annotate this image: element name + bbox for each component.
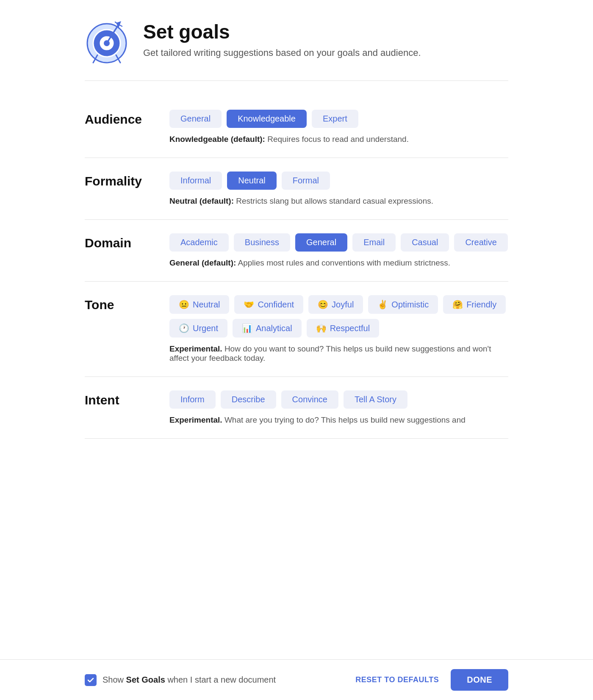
tone-desc-strong: Experimental. xyxy=(169,344,222,353)
audience-btn-group: General Knowledgeable Expert xyxy=(169,110,508,128)
domain-btn-academic[interactable]: Academic xyxy=(169,233,229,252)
domain-label: Domain xyxy=(85,233,152,250)
header-section: Set goals Get tailored writing suggestio… xyxy=(85,17,508,81)
tone-emoji-neutral: 😐 xyxy=(179,299,189,310)
tone-label-optimistic: Optimistic xyxy=(391,300,429,310)
domain-btn-group: Academic Business General Email Casual C… xyxy=(169,233,508,252)
audience-btn-knowledgeable[interactable]: Knowledgeable xyxy=(227,110,307,128)
footer: Show Set Goals when I start a new docume… xyxy=(0,659,593,700)
intent-btn-convince[interactable]: Convince xyxy=(281,390,338,409)
intent-section: Intent Inform Describe Convince Tell A S… xyxy=(85,377,508,439)
formality-btn-informal[interactable]: Informal xyxy=(169,172,222,190)
header-text: Set goals Get tailored writing suggestio… xyxy=(143,17,421,58)
target-icon xyxy=(85,17,131,65)
formality-btn-group: Informal Neutral Formal xyxy=(169,172,508,190)
tone-content: 😐Neutral 🤝Confident 😊Joyful ✌️Optimistic… xyxy=(169,295,508,363)
audience-description: Knowledgeable (default): Requires focus … xyxy=(169,135,508,144)
footer-left: Show Set Goals when I start a new docume… xyxy=(85,674,276,686)
tone-label-neutral: Neutral xyxy=(193,300,220,310)
domain-btn-creative[interactable]: Creative xyxy=(454,233,507,252)
domain-btn-email[interactable]: Email xyxy=(352,233,396,252)
intent-btn-tell-a-story[interactable]: Tell A Story xyxy=(344,390,407,409)
domain-desc-label: General (default): xyxy=(169,258,236,267)
intent-desc-text: What are you trying to do? This helps us… xyxy=(222,415,466,424)
formality-desc-label: Neutral (default): xyxy=(169,196,234,205)
audience-content: General Knowledgeable Expert Knowledgeab… xyxy=(169,110,508,144)
intent-btn-describe[interactable]: Describe xyxy=(221,390,276,409)
formality-content: Informal Neutral Formal Neutral (default… xyxy=(169,172,508,206)
tone-emoji-joyful: 😊 xyxy=(318,299,328,310)
intent-label: Intent xyxy=(85,390,152,407)
footer-right: RESET TO DEFAULTS DONE xyxy=(355,669,508,691)
show-goals-checkbox[interactable] xyxy=(85,674,97,686)
formality-description: Neutral (default): Restricts slang but a… xyxy=(169,196,508,206)
domain-section: Domain Academic Business General Email C… xyxy=(85,220,508,282)
tone-btn-neutral[interactable]: 😐Neutral xyxy=(169,295,229,314)
tone-label-urgent: Urgent xyxy=(193,324,218,333)
tone-label-confident: Confident xyxy=(258,300,294,310)
tone-emoji-respectful: 🙌 xyxy=(316,323,327,333)
tone-btn-urgent[interactable]: 🕐Urgent xyxy=(169,319,227,338)
domain-btn-business[interactable]: Business xyxy=(234,233,290,252)
formality-btn-neutral[interactable]: Neutral xyxy=(227,172,276,190)
audience-btn-general[interactable]: General xyxy=(169,110,222,128)
tone-description: Experimental. How do you want to sound? … xyxy=(169,344,508,363)
tone-emoji-optimistic: ✌️ xyxy=(377,299,388,310)
tone-btn-optimistic[interactable]: ✌️Optimistic xyxy=(368,295,438,314)
reset-to-defaults-button[interactable]: RESET TO DEFAULTS xyxy=(355,675,439,684)
tone-emoji-urgent: 🕐 xyxy=(179,323,189,333)
domain-btn-casual[interactable]: Casual xyxy=(401,233,449,252)
tone-section: Tone 😐Neutral 🤝Confident 😊Joyful ✌️Optim… xyxy=(85,282,508,377)
tone-label: Tone xyxy=(85,295,152,312)
page-title: Set goals xyxy=(143,20,421,43)
intent-description: Experimental. What are you trying to do?… xyxy=(169,415,508,425)
audience-desc-text: Requires focus to read and understand. xyxy=(265,135,409,144)
domain-description: General (default): Applies most rules an… xyxy=(169,258,508,268)
tone-btn-analytical[interactable]: 📊Analytical xyxy=(233,319,302,338)
tone-btn-group: 😐Neutral 🤝Confident 😊Joyful ✌️Optimistic… xyxy=(169,295,508,338)
domain-desc-text: Applies most rules and conventions with … xyxy=(236,258,450,267)
tone-emoji-confident: 🤝 xyxy=(244,299,254,310)
audience-desc-label: Knowledgeable (default): xyxy=(169,135,265,144)
done-button[interactable]: DONE xyxy=(451,669,508,691)
tone-btn-confident[interactable]: 🤝Confident xyxy=(234,295,303,314)
tone-btn-respectful[interactable]: 🙌Respectful xyxy=(307,319,380,338)
audience-label: Audience xyxy=(85,110,152,127)
tone-label-joyful: Joyful xyxy=(332,300,354,310)
intent-desc-strong: Experimental. xyxy=(169,415,222,424)
formality-btn-formal[interactable]: Formal xyxy=(282,172,330,190)
formality-label: Formality xyxy=(85,172,152,188)
intent-btn-inform[interactable]: Inform xyxy=(169,390,216,409)
formality-section: Formality Informal Neutral Formal Neutra… xyxy=(85,158,508,220)
audience-btn-expert[interactable]: Expert xyxy=(312,110,358,128)
tone-emoji-analytical: 📊 xyxy=(242,323,252,333)
tone-emoji-friendly: 🤗 xyxy=(452,299,463,310)
formality-desc-text: Restricts slang but allows standard casu… xyxy=(234,196,433,205)
domain-content: Academic Business General Email Casual C… xyxy=(169,233,508,268)
tone-label-analytical: Analytical xyxy=(256,324,292,333)
audience-section: Audience General Knowledgeable Expert Kn… xyxy=(85,96,508,158)
tone-label-respectful: Respectful xyxy=(330,324,370,333)
tone-btn-joyful[interactable]: 😊Joyful xyxy=(308,295,363,314)
page-subtitle: Get tailored writing suggestions based o… xyxy=(143,47,421,58)
domain-btn-general[interactable]: General xyxy=(295,233,347,252)
tone-label-friendly: Friendly xyxy=(466,300,496,310)
tone-btn-friendly[interactable]: 🤗Friendly xyxy=(443,295,506,314)
intent-content: Inform Describe Convince Tell A Story Ex… xyxy=(169,390,508,425)
intent-btn-group: Inform Describe Convince Tell A Story xyxy=(169,390,508,409)
checkbox-label: Show Set Goals when I start a new docume… xyxy=(103,675,276,685)
